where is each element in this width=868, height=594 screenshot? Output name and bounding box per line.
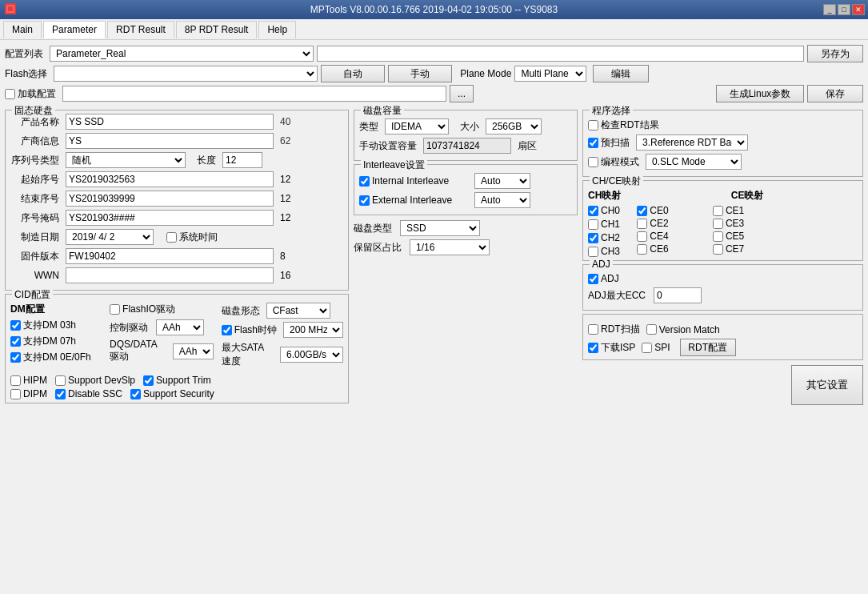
close-button[interactable]: ✕ — [852, 4, 865, 15]
reserved-select[interactable]: 1/16 — [410, 239, 490, 255]
ce5-label[interactable]: CE5 — [713, 231, 782, 242]
ce1-label[interactable]: CE1 — [713, 205, 782, 216]
add-config-input[interactable] — [62, 86, 446, 102]
ce2-label[interactable]: CE2 — [637, 218, 706, 229]
dqs-data-select[interactable]: AAh — [173, 343, 214, 359]
flash-clock-select[interactable]: 200 MHz — [283, 322, 343, 338]
tab-help[interactable]: Help — [258, 21, 296, 38]
support-dm07-checkbox[interactable] — [10, 336, 21, 347]
internal-interleave-checkbox[interactable] — [359, 176, 370, 187]
size-select[interactable]: 256GB — [486, 118, 542, 134]
start-serial-input[interactable] — [66, 171, 274, 187]
ce6-checkbox[interactable] — [637, 244, 647, 255]
external-interleave-select[interactable]: Auto — [474, 192, 530, 208]
tab-main[interactable]: Main — [3, 21, 42, 38]
download-isp-checkbox[interactable] — [588, 343, 598, 353]
internal-interleave-select[interactable]: Auto — [474, 173, 530, 189]
config-list-select[interactable]: Parameter_Real — [50, 46, 314, 62]
config-list-input2[interactable] — [317, 46, 804, 62]
pre-scan-select[interactable]: 3.Reference RDT Bad — [636, 134, 748, 151]
ch2-label[interactable]: CH2 — [588, 232, 621, 243]
ce7-checkbox[interactable] — [713, 244, 723, 255]
flash-clock-checkbox[interactable] — [222, 325, 232, 335]
check-rdt-checkbox[interactable] — [588, 120, 598, 130]
support-dm0e-label[interactable]: 支持DM 0E/0Fh — [10, 351, 102, 364]
support-dm0e-checkbox[interactable] — [10, 352, 21, 363]
hipm-checkbox[interactable] — [10, 375, 21, 386]
other-settings-button[interactable]: 其它设置 — [791, 365, 863, 405]
ch0-label[interactable]: CH0 — [588, 205, 621, 216]
disk-form-select[interactable]: CFast — [266, 303, 330, 319]
length-input[interactable] — [222, 152, 262, 168]
ch2-checkbox[interactable] — [588, 233, 598, 243]
add-config-checkbox-label[interactable]: 加载配置 — [5, 87, 56, 101]
maximize-button[interactable]: □ — [838, 4, 850, 15]
rdt-scan-checkbox[interactable] — [588, 324, 598, 335]
adj-checkbox-label[interactable]: ADJ — [588, 273, 858, 284]
wwn-input[interactable] — [66, 267, 274, 283]
gen-linux-param-button[interactable]: 生成Linux参数 — [716, 85, 804, 102]
pre-scan-checkbox[interactable] — [588, 138, 598, 148]
ce1-checkbox[interactable] — [713, 206, 723, 216]
disable-ssc-checkbox[interactable] — [55, 389, 66, 399]
prog-mode-select[interactable]: 0.SLC Mode — [646, 154, 742, 170]
support-dm07-label[interactable]: 支持DM 07h — [10, 335, 102, 348]
max-sata-select[interactable]: 6.00GB/s — [280, 347, 343, 363]
ce0-checkbox[interactable] — [637, 206, 647, 216]
ce4-label[interactable]: CE4 — [637, 231, 706, 242]
auto-button[interactable]: 自动 — [321, 65, 385, 82]
plane-mode-select[interactable]: Multi Plane — [514, 66, 586, 82]
edit-button[interactable]: 编辑 — [593, 65, 649, 82]
pre-scan-label[interactable]: 预扫描 — [588, 136, 630, 150]
serial-type-select[interactable]: 随机 — [66, 152, 186, 168]
disable-ssc-label[interactable]: Disable SSC — [55, 388, 122, 399]
dipm-label[interactable]: DIPM — [10, 388, 47, 399]
flashio-drive-checkbox[interactable] — [110, 304, 120, 315]
support-security-label[interactable]: Support Security — [130, 388, 214, 399]
support-devslp-checkbox[interactable] — [55, 375, 66, 386]
prog-mode-checkbox[interactable] — [588, 157, 598, 167]
prog-mode-label[interactable]: 编程模式 — [588, 155, 639, 169]
tab-8p-rdt-result[interactable]: 8P RDT Result — [176, 21, 258, 38]
ce3-checkbox[interactable] — [713, 219, 723, 229]
spi-label[interactable]: SPI — [642, 342, 670, 353]
end-serial-input[interactable] — [66, 191, 274, 207]
external-interleave-checkbox[interactable] — [359, 195, 370, 206]
spi-checkbox[interactable] — [642, 343, 652, 353]
adj-checkbox[interactable] — [588, 274, 598, 284]
external-interleave-label[interactable]: External Interleave — [359, 195, 471, 206]
disk-type-select[interactable]: IDEMA — [385, 118, 449, 134]
ce4-checkbox[interactable] — [637, 231, 647, 242]
ellipsis-button[interactable]: ... — [450, 85, 474, 102]
tab-parameter[interactable]: Parameter — [43, 21, 106, 38]
manual-cap-input[interactable] — [423, 138, 511, 154]
save-as-button[interactable]: 另存为 — [807, 45, 863, 62]
adj-max-ecc-input[interactable] — [654, 287, 702, 303]
version-match-checkbox[interactable] — [646, 324, 657, 335]
check-rdt-label[interactable]: 检查RDT结果 — [588, 118, 858, 132]
rdt-config-button[interactable]: RDT配置 — [680, 339, 736, 356]
flash-select[interactable] — [54, 66, 318, 82]
dipm-checkbox[interactable] — [10, 389, 21, 399]
ch1-checkbox[interactable] — [588, 219, 598, 230]
ce2-checkbox[interactable] — [637, 219, 647, 229]
serial-mask-input[interactable] — [66, 210, 274, 226]
ctrl-drive-select[interactable]: AAh — [156, 319, 204, 335]
firmware-input[interactable] — [66, 248, 274, 264]
ce6-label[interactable]: CE6 — [637, 243, 706, 255]
rdt-scan-label[interactable]: RDT扫描 — [588, 323, 640, 336]
support-trim-label[interactable]: Support Trim — [143, 375, 211, 386]
support-dm03-checkbox[interactable] — [10, 320, 21, 331]
flash-clock-checkbox-label[interactable]: Flash时钟 — [222, 323, 277, 337]
support-trim-checkbox[interactable] — [143, 375, 154, 386]
ch3-label[interactable]: CH3 — [588, 246, 621, 257]
support-dm03-label[interactable]: 支持DM 03h — [10, 319, 102, 332]
sys-time-checkbox[interactable] — [166, 232, 177, 243]
ce0-label[interactable]: CE0 — [637, 205, 706, 216]
ce7-label[interactable]: CE7 — [713, 243, 782, 255]
hipm-label[interactable]: HIPM — [10, 375, 47, 386]
ch3-checkbox[interactable] — [588, 247, 598, 257]
ch0-checkbox[interactable] — [588, 206, 598, 216]
ce5-checkbox[interactable] — [713, 231, 723, 242]
internal-interleave-label[interactable]: Internal Interleave — [359, 175, 471, 187]
